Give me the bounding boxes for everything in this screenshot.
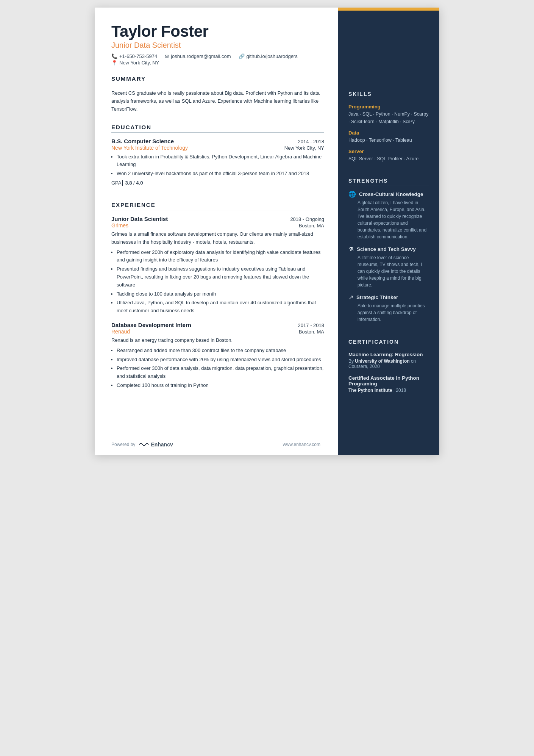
header-section: Taylor Foster Junior Data Scientist 📞 +1… [111, 23, 324, 66]
exp-year-1: 2017 - 2018 [298, 322, 324, 328]
strength-icon-1: ⚗ [348, 246, 354, 253]
skill-label-1: Data [348, 130, 429, 136]
strength-desc-1: A lifetime lover of science museums, TV … [348, 254, 429, 288]
location-icon: 📍 [111, 60, 117, 66]
powered-by-label: Powered by [111, 442, 135, 447]
exp-row1-1: Database Development Intern 2017 - 2018 [111, 322, 324, 328]
cert-1: Certified Associate in Python Programing… [348, 375, 429, 393]
strength-icon-2: ↗ [348, 294, 353, 301]
resume-page: Taylor Foster Junior Data Scientist 📞 +1… [95, 8, 439, 455]
email-value: joshua.rodgers@gmail.com [171, 53, 231, 59]
skill-label-0: Programming [348, 104, 429, 110]
edu-bullet-1: Won 2 university-level hackathons as par… [117, 170, 324, 178]
skill-group-2: Server SQL Server · SQL Profiler · Azure [348, 149, 429, 163]
exp-jobtitle-0: Junior Data Scientist [111, 216, 168, 222]
edu-location: New York City, NY [284, 145, 324, 151]
phone-value: +1-650-753-5974 [119, 53, 157, 59]
skills-section: SKILLS Programming Java · SQL · Python ·… [348, 91, 429, 167]
cert-by-1: The Python Institute , 2018 [348, 388, 429, 393]
strength-2: ↗ Strategic Thinker Able to manage multi… [348, 294, 429, 323]
skill-items-0: Java · SQL · Python · NumPy · Scarpy · S… [348, 110, 429, 125]
exp-bullets-0: Performed over 200h of exploratory data … [117, 249, 324, 315]
strength-desc-2: Able to manage multiple priorities again… [348, 302, 429, 323]
strength-0: 🌐 Cross-Cultural Knowledge A global citi… [348, 191, 429, 240]
enhancv-logo-text: Enhancv [151, 441, 173, 448]
gpa-value: 3.8 [125, 180, 132, 186]
exp-bullet-1-1: Improved database performance with 20% b… [117, 356, 324, 364]
edu-bullets: Took extra tuition in Probability & Stat… [117, 153, 324, 178]
exp-row2-0: Grimes Boston, MA [111, 222, 324, 229]
exp-loc-1: Boston, MA [299, 329, 324, 335]
education-title: EDUCATION [111, 124, 324, 133]
exp-bullets-1: Rearranged and added more than 300 contr… [117, 347, 324, 390]
strength-name-2: Strategic Thinker [356, 294, 398, 300]
summary-text: Recent CS graduate who is really passion… [111, 89, 324, 113]
footer-website: www.enhancv.com [283, 442, 320, 447]
skill-items-2: SQL Server · SQL Profiler · Azure [348, 155, 429, 163]
cert-0: Machine Learning: Regression By Universi… [348, 352, 429, 369]
summary-section: SUMMARY Recent CS graduate who is really… [111, 75, 324, 113]
education-entry-0: B.S. Computer Science 2014 - 2018 New Yo… [111, 138, 324, 186]
cert-by-0: By University of Washington on Coursera,… [348, 358, 429, 369]
strength-1: ⚗ Science and Tech Savvy A lifetime love… [348, 246, 429, 288]
cert-name-1: Certified Associate in Python Programing [348, 375, 429, 387]
edu-school: New York Institute of Technology [111, 145, 188, 151]
github-value: github.io/joshuarodgers_ [247, 53, 300, 59]
email-contact: ✉ joshua.rodgers@gmail.com [165, 53, 231, 59]
skills-title: SKILLS [348, 91, 429, 99]
education-section: EDUCATION B.S. Computer Science 2014 - 2… [111, 124, 324, 191]
cert-on-1: , 2018 [393, 388, 406, 393]
strength-desc-0: A global citizen, I have lived in South … [348, 199, 429, 240]
exp-bullet-0-0: Performed over 200h of exploratory data … [117, 249, 324, 265]
candidate-name: Taylor Foster [111, 23, 324, 40]
cert-name-0: Machine Learning: Regression [348, 352, 429, 357]
accent-bar [338, 8, 439, 11]
enhancv-logo-icon [138, 441, 149, 448]
skill-group-1: Data Hadoop · Tensorflow · Tableau [348, 130, 429, 144]
cert-org-0: University of Washington [355, 358, 409, 364]
skill-items-1: Hadoop · Tensorflow · Tableau [348, 136, 429, 144]
exp-jobtitle-1: Database Development Intern [111, 322, 191, 328]
contact-info: 📞 +1-650-753-5974 ✉ joshua.rodgers@gmail… [111, 53, 324, 66]
skill-group-0: Programming Java · SQL · Python · NumPy … [348, 104, 429, 125]
exp-loc-0: Boston, MA [299, 223, 324, 229]
exp-desc-1: Renaud is an energy trading company base… [111, 337, 324, 344]
edu-year: 2014 - 2018 [298, 139, 324, 144]
right-column: SKILLS Programming Java · SQL · Python ·… [338, 8, 439, 455]
exp-bullet-1-3: Completed 100 hours of training in Pytho… [117, 382, 324, 390]
cert-by-label-0: By [348, 358, 354, 364]
summary-title: SUMMARY [111, 75, 324, 84]
footer-logo: Enhancv [138, 441, 173, 448]
experience-section: EXPERIENCE Junior Data Scientist 2018 - … [111, 202, 324, 395]
footer: Powered by Enhancv www.enhancv.com [95, 441, 337, 448]
exp-desc-0: Grimes is a small finance software devel… [111, 230, 324, 246]
strength-name-1: Science and Tech Savvy [357, 246, 416, 252]
strengths-title: STRENGTHS [348, 178, 429, 186]
exp-company-1: Renaud [111, 329, 130, 335]
exp-bullet-0-1: Presented findings and business suggesti… [117, 265, 324, 289]
certification-section: CERTIFICATION Machine Learning: Regressi… [348, 339, 429, 399]
gpa-line: GPA 3.8 / 4.0 [111, 180, 324, 186]
location-contact: 📍 New York City, NY [111, 60, 159, 66]
exp-bullet-1-2: Performed over 300h of data analysis, da… [117, 365, 324, 380]
exp-bullet-0-3: Utilized Java, Python, and SQL to develo… [117, 299, 324, 315]
exp-row1-0: Junior Data Scientist 2018 - Ongoing [111, 216, 324, 222]
github-contact: 🔗 github.io/joshuarodgers_ [239, 53, 300, 59]
strength-name-0: Cross-Cultural Knowledge [359, 191, 423, 197]
experience-title: EXPERIENCE [111, 202, 324, 210]
footer-left: Powered by Enhancv [111, 441, 173, 448]
strength-header-2: ↗ Strategic Thinker [348, 294, 429, 301]
github-icon: 🔗 [239, 53, 245, 59]
strength-icon-0: 🌐 [348, 191, 356, 198]
phone-icon: 📞 [111, 53, 117, 59]
skill-label-2: Server [348, 149, 429, 154]
exp-row2-1: Renaud Boston, MA [111, 329, 324, 335]
experience-entry-1: Database Development Intern 2017 - 2018 … [111, 322, 324, 390]
edu-row1: B.S. Computer Science 2014 - 2018 [111, 138, 324, 144]
experience-entry-0: Junior Data Scientist 2018 - Ongoing Gri… [111, 216, 324, 315]
strengths-section: STRENGTHS 🌐 Cross-Cultural Knowledge A g… [348, 178, 429, 328]
exp-year-0: 2018 - Ongoing [290, 216, 324, 222]
phone-contact: 📞 +1-650-753-5974 [111, 53, 157, 59]
exp-bullet-0-2: Tackling close to 100 data analysis per … [117, 290, 324, 298]
certification-title: CERTIFICATION [348, 339, 429, 347]
